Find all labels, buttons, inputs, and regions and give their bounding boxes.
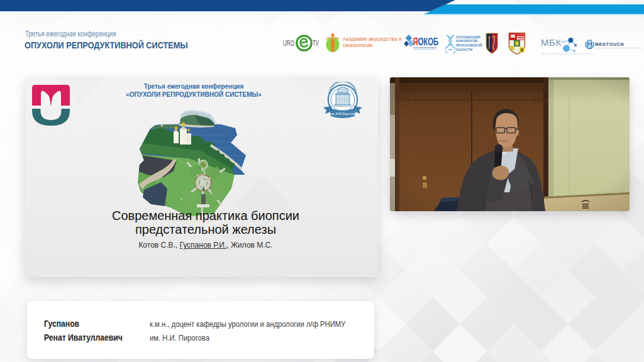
- svg-text:им. Н.И.Пирогова: им. Н.И.Пирогова: [330, 112, 355, 116]
- svg-text:ОКОБ: ОКОБ: [418, 36, 438, 48]
- svg-text:Я: Я: [413, 36, 418, 48]
